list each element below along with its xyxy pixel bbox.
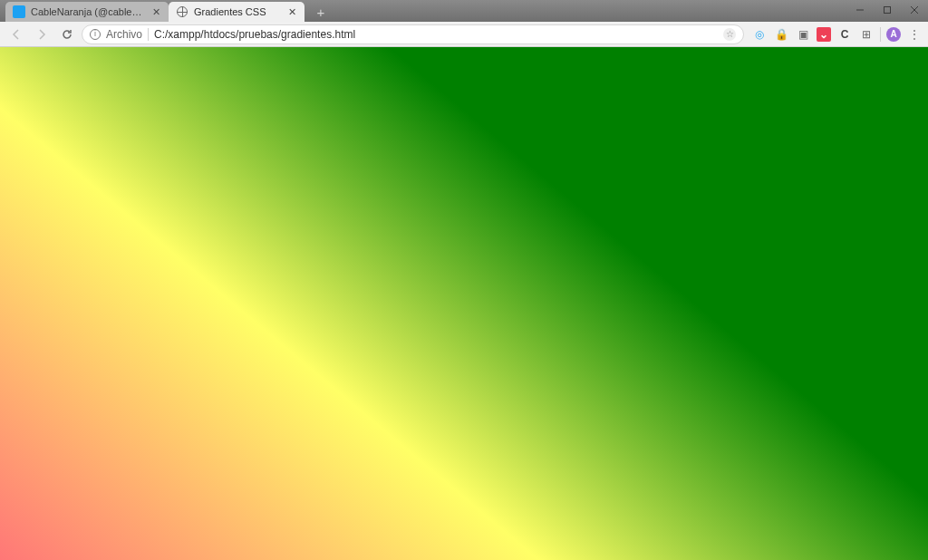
svg-rect-1 bbox=[884, 7, 891, 14]
url-text: C:/xampp/htdocs/pruebas/gradientes.html bbox=[154, 28, 718, 41]
window-controls bbox=[846, 0, 928, 20]
lock-icon[interactable]: 🔒 bbox=[773, 26, 789, 43]
new-tab-button[interactable]: + bbox=[312, 4, 330, 20]
tab-label: CableNaranja (@cablenaranja7) / bbox=[31, 6, 147, 17]
maximize-button[interactable] bbox=[874, 0, 901, 20]
back-button[interactable] bbox=[5, 24, 27, 45]
grid-icon[interactable]: ⊞ bbox=[858, 26, 875, 43]
tab-inactive-cablenaranja[interactable]: CableNaranja (@cablenaranja7) / ✕ bbox=[5, 2, 169, 22]
profile-avatar[interactable]: A bbox=[886, 27, 901, 42]
tab-label: Gradientes CSS bbox=[194, 6, 283, 17]
bookmark-star-icon[interactable]: ☆ bbox=[723, 28, 736, 41]
browser-toolbar: i Archivo C:/xampp/htdocs/pruebas/gradie… bbox=[0, 22, 928, 47]
tab-strip: CableNaranja (@cablenaranja7) / ✕ Gradie… bbox=[0, 0, 330, 22]
tab-active-gradientes[interactable]: Gradientes CSS ✕ bbox=[169, 2, 304, 22]
close-window-button[interactable] bbox=[901, 0, 928, 20]
url-scheme-label: Archivo bbox=[106, 28, 142, 41]
pocket-icon[interactable]: ⌄ bbox=[817, 27, 831, 42]
more-menu-icon[interactable]: ⋮ bbox=[906, 26, 923, 43]
idm-icon[interactable]: ◎ bbox=[751, 26, 768, 43]
c-icon[interactable]: C bbox=[836, 26, 853, 43]
reload-button[interactable] bbox=[56, 24, 78, 45]
close-icon[interactable]: ✕ bbox=[152, 7, 161, 16]
close-icon[interactable]: ✕ bbox=[288, 7, 297, 16]
browser-titlebar: CableNaranja (@cablenaranja7) / ✕ Gradie… bbox=[0, 0, 928, 22]
site-info-icon[interactable]: i bbox=[90, 29, 101, 40]
extension-icons: ◎ 🔒 ▣ ⌄ C ⊞ A ⋮ bbox=[748, 26, 923, 43]
twitter-icon bbox=[13, 5, 25, 18]
separator bbox=[148, 28, 149, 41]
forward-button[interactable] bbox=[31, 24, 53, 45]
address-bar[interactable]: i Archivo C:/xampp/htdocs/pruebas/gradie… bbox=[82, 24, 744, 44]
minimize-button[interactable] bbox=[846, 0, 874, 20]
page-content-gradient bbox=[0, 47, 928, 560]
globe-icon bbox=[176, 5, 188, 18]
cast-icon[interactable]: ▣ bbox=[795, 26, 811, 43]
separator bbox=[880, 27, 881, 42]
